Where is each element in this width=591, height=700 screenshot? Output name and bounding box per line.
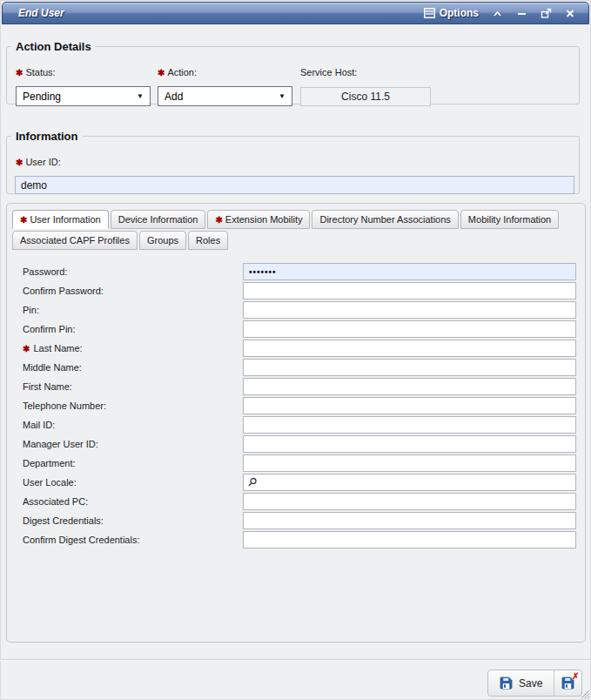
pin-input[interactable] <box>243 301 576 319</box>
form-row-middle-name: Middle Name: <box>7 358 585 377</box>
password-label: Password: <box>23 266 243 277</box>
tab-associated-capf-profiles[interactable]: Associated CAPF Profiles <box>12 231 138 250</box>
tab-panel: ✱ User Information Device Information ✱ … <box>6 203 586 643</box>
window-title: End User <box>18 7 64 19</box>
form-row-first-name: First Name: <box>7 377 585 396</box>
password-input[interactable] <box>243 263 576 280</box>
user-information-form: Password: Confirm Password: Pin: Confirm… <box>7 262 585 549</box>
digest-credentials-label: Digest Credentials: <box>23 515 243 526</box>
footer-divider <box>0 659 591 660</box>
form-row-pin: Pin: <box>7 300 585 320</box>
service-host-value: Cisco 11.5 <box>300 87 431 106</box>
confirm-digest-credentials-input[interactable] <box>243 531 576 549</box>
required-marker: ✱ <box>158 68 165 77</box>
digest-credentials-input[interactable] <box>243 512 576 529</box>
mail-id-label: Mail ID: <box>23 420 243 430</box>
service-host-label: Service Host: <box>300 67 357 77</box>
form-row-manager-user-id: Manager User ID: <box>7 434 585 454</box>
information-legend: Information <box>11 130 83 143</box>
close-badge-icon: ✗ <box>572 672 579 681</box>
action-value: Add <box>165 91 183 103</box>
department-label: Department: <box>23 458 243 468</box>
collapse-icon[interactable] <box>492 9 503 18</box>
form-row-confirm-digest-credentials: Confirm Digest Credentials: <box>7 530 585 549</box>
status-value: Pending <box>23 91 61 103</box>
tab-device-information[interactable]: Device Information <box>111 210 206 229</box>
first-name-input[interactable] <box>243 378 576 395</box>
form-row-department: Department: <box>7 454 585 473</box>
footer-button-group: Save ✗ <box>487 670 582 697</box>
telephone-number-input[interactable] <box>243 397 576 414</box>
tab-directory-number-associations[interactable]: Directory Number Associations <box>312 210 458 229</box>
status-select[interactable]: Pending ▼ <box>16 86 151 106</box>
user-locale-input[interactable] <box>243 474 576 491</box>
save-floppy-icon <box>500 676 513 690</box>
manager-user-id-input[interactable] <box>243 435 576 453</box>
form-row-associated-pc: Associated PC: <box>7 492 585 511</box>
tab-user-information[interactable]: ✱ User Information <box>12 210 109 229</box>
user-locale-lookup <box>243 474 576 491</box>
confirm-password-label: Confirm Password: <box>23 286 243 296</box>
middle-name-input[interactable] <box>243 359 576 376</box>
dropdown-arrow-icon: ▼ <box>279 92 285 100</box>
form-row-user-locale: User Locale: <box>7 473 585 492</box>
form-row-mail-id: Mail ID: <box>7 415 585 434</box>
user-id-label: ✱ User ID: <box>16 157 61 167</box>
resize-grip[interactable] <box>579 688 590 699</box>
tab-strip: ✱ User Information Device Information ✱ … <box>12 210 580 250</box>
action-details-legend: Action Details <box>11 40 96 53</box>
user-locale-label: User Locale: <box>23 477 243 488</box>
required-marker: ✱ <box>16 68 23 77</box>
form-row-telephone-number: Telephone Number: <box>7 396 585 415</box>
required-marker: ✱ <box>16 158 23 167</box>
tab-mobility-information[interactable]: Mobility Information <box>460 210 559 229</box>
manager-user-id-label: Manager User ID: <box>23 439 243 449</box>
pin-label: Pin: <box>23 305 243 315</box>
information-section: Information ✱ User ID: <box>6 130 580 194</box>
first-name-label: First Name: <box>23 381 243 392</box>
required-marker: ✱ <box>23 344 30 353</box>
form-row-digest-credentials: Digest Credentials: <box>7 511 585 530</box>
confirm-pin-input[interactable] <box>243 320 576 338</box>
minimize-icon[interactable] <box>516 9 527 18</box>
associated-pc-input[interactable] <box>243 493 576 510</box>
tab-roles[interactable]: Roles <box>188 231 228 250</box>
action-label: ✱ Action: <box>158 67 197 77</box>
dropdown-arrow-icon: ▼ <box>137 92 144 100</box>
action-details-section: Action Details ✱ Status: Pending ▼ ✱ Act… <box>6 40 580 104</box>
title-bar: End User Options <box>2 2 589 24</box>
middle-name-label: Middle Name: <box>23 362 243 373</box>
mail-id-input[interactable] <box>243 416 576 434</box>
status-label: ✱ Status: <box>16 67 56 77</box>
form-row-password: Password: <box>7 262 585 281</box>
options-label: Options <box>440 7 479 19</box>
save-and-close-button[interactable]: ✗ <box>554 670 581 696</box>
form-row-last-name: ✱ Last Name: <box>7 339 585 358</box>
end-user-dialog: { "window": { "title": "End User", "opti… <box>0 0 591 700</box>
options-button[interactable]: Options <box>424 7 479 19</box>
confirm-password-input[interactable] <box>243 282 576 300</box>
tab-groups[interactable]: Groups <box>139 231 186 250</box>
user-id-input[interactable] <box>15 176 574 194</box>
close-icon[interactable] <box>565 9 575 18</box>
associated-pc-label: Associated PC: <box>23 496 243 507</box>
telephone-number-label: Telephone Number: <box>23 400 243 411</box>
options-list-icon <box>424 8 435 18</box>
tab-extension-mobility[interactable]: ✱ Extension Mobility <box>207 210 310 229</box>
save-button[interactable]: Save <box>488 670 554 696</box>
popout-icon[interactable] <box>541 8 552 18</box>
department-input[interactable] <box>243 454 576 472</box>
search-icon[interactable] <box>247 477 258 488</box>
confirm-pin-label: Confirm Pin: <box>23 324 243 334</box>
form-row-confirm-pin: Confirm Pin: <box>7 320 585 339</box>
required-marker: ✱ <box>215 215 222 225</box>
form-row-confirm-password: Confirm Password: <box>7 281 585 300</box>
confirm-digest-credentials-label: Confirm Digest Credentials: <box>23 535 243 545</box>
action-select[interactable]: Add ▼ <box>158 86 292 106</box>
last-name-input[interactable] <box>243 340 576 357</box>
required-marker: ✱ <box>20 215 27 225</box>
title-bar-controls: Options <box>424 7 575 19</box>
save-button-label: Save <box>519 677 542 690</box>
last-name-label: ✱ Last Name: <box>23 343 243 353</box>
